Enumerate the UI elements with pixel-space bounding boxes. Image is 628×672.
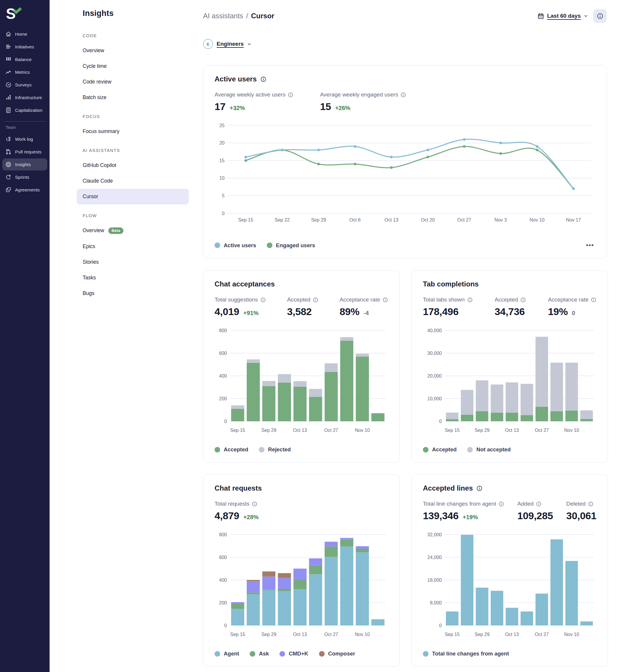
legend-accepted[interactable]: Accepted bbox=[423, 446, 457, 453]
sidebar-item-balance[interactable]: Balance bbox=[2, 53, 47, 66]
subnav-item-claude-code[interactable]: Claude Code bbox=[77, 173, 189, 189]
stat-value: 17 bbox=[214, 101, 226, 112]
info-icon[interactable] bbox=[467, 297, 473, 303]
subnav-item-cursor[interactable]: Cursor bbox=[77, 189, 189, 205]
team-filter-label: Engineers bbox=[217, 41, 244, 47]
legend-dot bbox=[267, 242, 272, 248]
subnav-item-label: GitHub Copilot bbox=[83, 162, 116, 168]
info-icon[interactable] bbox=[288, 92, 293, 98]
svg-text:15: 15 bbox=[219, 158, 225, 163]
info-icon[interactable] bbox=[588, 501, 594, 507]
legend-dot bbox=[423, 651, 428, 657]
sidebar-item-metrics[interactable]: Metrics bbox=[2, 66, 47, 78]
legend-total-line-changes-from-agent[interactable]: Total line changes from agent bbox=[423, 650, 509, 657]
svg-text:S: S bbox=[6, 6, 16, 22]
legend-dot bbox=[467, 447, 473, 453]
legend-ask[interactable]: Ask bbox=[250, 650, 269, 657]
subnav-item-batch-size[interactable]: Batch size bbox=[77, 90, 189, 105]
legend-dot bbox=[214, 651, 220, 657]
subnav-item-label: Batch size bbox=[83, 94, 107, 101]
stat-accepted: Accepted3,582 bbox=[287, 296, 319, 317]
stat-label: Deleted bbox=[566, 501, 597, 507]
info-icon[interactable] bbox=[382, 297, 388, 303]
page-header: AI assistants / Cursor Last 60 days bbox=[203, 8, 607, 24]
sidebar-item-capitalization[interactable]: Capitalization bbox=[2, 104, 47, 116]
legend-accepted[interactable]: Accepted bbox=[214, 446, 248, 453]
page-info-button[interactable] bbox=[593, 9, 607, 23]
svg-text:800: 800 bbox=[219, 328, 227, 333]
info-icon[interactable] bbox=[520, 297, 526, 303]
legend-label: Not accepted bbox=[476, 446, 511, 453]
subnav-item-bugs[interactable]: Bugs bbox=[77, 286, 189, 301]
card-menu-button[interactable]: ••• bbox=[585, 242, 595, 249]
subnav-item-overview[interactable]: Overview bbox=[77, 43, 189, 58]
legend-engaged-users[interactable]: Engaged users bbox=[267, 242, 315, 249]
svg-text:Oct 27: Oct 27 bbox=[535, 428, 549, 433]
legend-composer[interactable]: Composer bbox=[319, 650, 355, 657]
sidebar-item-work-log[interactable]: Work log bbox=[2, 133, 47, 145]
info-icon[interactable] bbox=[400, 92, 406, 98]
stat-deleted: Deleted30,061 bbox=[566, 501, 597, 522]
sidebar-item-label: Balance bbox=[15, 57, 31, 62]
stat-delta: +91% bbox=[243, 310, 259, 316]
date-range-button[interactable]: Last 60 days bbox=[537, 13, 588, 20]
info-icon[interactable] bbox=[313, 297, 319, 303]
stats-row: Average weekly active users17+32%Average… bbox=[214, 92, 595, 112]
subnav-item-code-review[interactable]: Code review bbox=[77, 74, 189, 90]
sidebar-item-surveys[interactable]: Surveys bbox=[2, 79, 47, 91]
initiatives-icon bbox=[5, 43, 12, 50]
subnav-item-overview[interactable]: OverviewBeta bbox=[77, 223, 189, 239]
legend-label: Active users bbox=[224, 242, 256, 249]
subnav-item-focus-summary[interactable]: Focus summary bbox=[77, 124, 189, 139]
info-icon[interactable] bbox=[591, 297, 597, 303]
subnav-item-tasks[interactable]: Tasks bbox=[77, 270, 189, 286]
info-icon[interactable] bbox=[260, 76, 266, 82]
sidebar-item-initiatives[interactable]: Initiatives bbox=[2, 41, 47, 53]
subnav-item-github-copilot[interactable]: GitHub Copilot bbox=[77, 158, 189, 173]
svg-text:0: 0 bbox=[224, 623, 227, 628]
sidebar-item-label: Sprints bbox=[15, 175, 29, 180]
sidebar-item-agreements[interactable]: Agreements bbox=[2, 184, 47, 196]
info-icon[interactable] bbox=[498, 501, 504, 507]
sidebar-item-infrastructure[interactable]: Infrastructure bbox=[2, 92, 47, 103]
sidebar-item-home[interactable]: Home bbox=[2, 28, 47, 40]
legend-label: Rejected bbox=[268, 446, 291, 453]
legend-dot bbox=[259, 447, 264, 453]
card-title-row: Accepted lines bbox=[423, 484, 597, 493]
stat-total-suggestions: Total suggestions4,019+91% bbox=[214, 296, 266, 317]
subnav-item-stories[interactable]: Stories bbox=[77, 254, 189, 270]
sidebar: S Home Initiatives Balance Metrics Surve… bbox=[0, 0, 50, 672]
stat-total-tabs-shown: Total tabs shown178,496 bbox=[423, 296, 473, 317]
stat-label: Total line changes from agent bbox=[423, 501, 504, 507]
sidebar-item-sprints[interactable]: Sprints bbox=[2, 171, 47, 183]
svg-text:800: 800 bbox=[219, 532, 227, 537]
info-icon[interactable] bbox=[536, 501, 541, 507]
sidebar-item-pull-requests[interactable]: Pull requests bbox=[2, 146, 47, 158]
breadcrumb-parent[interactable]: AI assistants bbox=[203, 12, 243, 20]
card-title-row: Chat acceptances bbox=[214, 280, 388, 288]
subnav-item-epics[interactable]: Epics bbox=[77, 239, 189, 254]
info-icon[interactable] bbox=[252, 501, 257, 507]
legend-not-accepted[interactable]: Not accepted bbox=[467, 446, 511, 453]
surveys-icon bbox=[5, 81, 12, 88]
subnav-item-label: Tasks bbox=[83, 274, 96, 281]
team-filter[interactable]: E Engineers bbox=[203, 39, 251, 49]
legend-rejected[interactable]: Rejected bbox=[259, 446, 291, 453]
app-logo[interactable]: S bbox=[5, 5, 24, 23]
info-icon bbox=[597, 13, 604, 20]
stat-label: Accepted bbox=[287, 296, 319, 303]
subnav-item-cycle-time[interactable]: Cycle time bbox=[77, 58, 189, 74]
svg-text:Sep 15: Sep 15 bbox=[445, 428, 460, 433]
legend-agent[interactable]: Agent bbox=[214, 650, 239, 657]
sidebar-item-insights[interactable]: Insights bbox=[2, 159, 47, 170]
svg-text:Sep 22: Sep 22 bbox=[275, 217, 290, 222]
legend-active-users[interactable]: Active users bbox=[214, 242, 256, 249]
info-icon[interactable] bbox=[476, 485, 483, 491]
stat-value: 178,496 bbox=[423, 306, 459, 317]
beta-badge: Beta bbox=[108, 227, 123, 234]
subnav-item-label: Focus summary bbox=[83, 128, 119, 135]
stat-label: Accepted bbox=[495, 296, 526, 303]
info-icon[interactable] bbox=[260, 297, 266, 303]
legend-cmd-k[interactable]: CMD+K bbox=[279, 650, 308, 657]
svg-text:20: 20 bbox=[219, 140, 225, 145]
